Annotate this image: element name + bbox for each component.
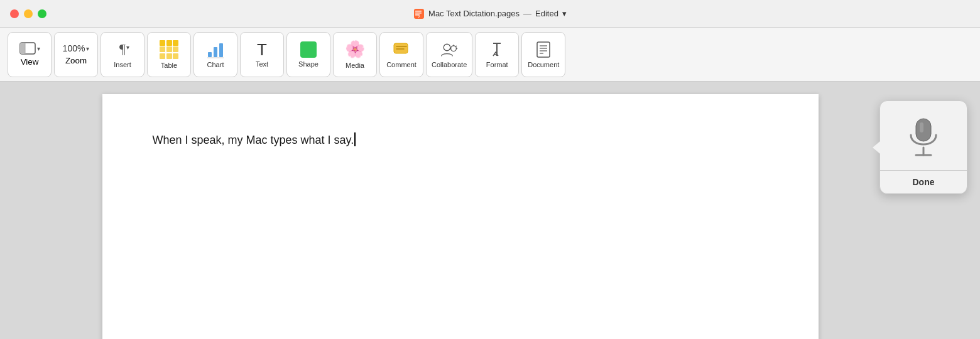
collaborate-icon — [440, 41, 458, 58]
svg-text:▾: ▾ — [126, 44, 129, 51]
svg-point-18 — [451, 45, 457, 51]
svg-point-17 — [444, 44, 450, 51]
comment-label: Comment — [386, 61, 416, 68]
table-icon — [160, 40, 178, 59]
view-label: View — [21, 57, 39, 67]
page[interactable]: When I speak, my Mac types what I say. — [102, 94, 819, 339]
document-status: Edited — [535, 9, 558, 18]
insert-label: Insert — [114, 61, 131, 68]
maximize-button[interactable] — [38, 9, 46, 18]
dictation-popup: Done — [879, 100, 967, 194]
text-icon: T — [257, 41, 267, 58]
title-bar: 7 Mac Text Dictation.pages — Edited ▾ — [0, 0, 980, 28]
media-button[interactable]: 🌸 Media — [333, 32, 377, 77]
window-controls — [10, 9, 46, 18]
chart-icon — [207, 41, 224, 58]
svg-rect-25 — [537, 42, 550, 57]
svg-rect-2 — [415, 13, 422, 14]
document-canvas: When I speak, my Mac types what I say. — [66, 82, 854, 339]
text-cursor — [354, 132, 356, 146]
sidebar-right: Done — [854, 82, 980, 339]
svg-rect-6 — [20, 43, 25, 54]
media-label: Media — [346, 62, 364, 69]
title-chevron[interactable]: ▾ — [562, 9, 567, 18]
document-icon — [535, 41, 552, 58]
title-separator: — — [523, 9, 531, 18]
view-icon-row: ▾ — [19, 42, 40, 55]
zoom-value: 100% — [63, 43, 85, 53]
page-content[interactable]: When I speak, my Mac types what I say. — [153, 132, 768, 149]
media-icon: 🌸 — [345, 40, 365, 59]
format-button[interactable]: Format — [475, 32, 519, 77]
format-label: Format — [486, 61, 508, 68]
toolbar: ▾ View 100% ▾ Zoom ¶ ▾ Insert Ta — [0, 28, 980, 82]
comment-icon — [393, 41, 410, 58]
shape-icon — [300, 41, 317, 58]
zoom-chevron: ▾ — [86, 45, 89, 52]
shape-button[interactable]: Shape — [286, 32, 330, 77]
format-icon — [488, 41, 506, 58]
document-title: Mac Text Dictation.pages — [428, 9, 520, 18]
text-label: Text — [256, 60, 268, 68]
microphone-icon — [905, 116, 942, 160]
document-label: Document — [528, 61, 559, 68]
done-button[interactable]: Done — [880, 171, 967, 193]
body-text: When I speak, my Mac types what I say. — [153, 134, 354, 146]
svg-rect-14 — [394, 43, 408, 53]
svg-text:¶: ¶ — [119, 41, 126, 56]
insert-icon: ¶ ▾ — [114, 41, 131, 58]
main-area: When I speak, my Mac types what I say. — [0, 82, 980, 339]
chart-label: Chart — [207, 61, 224, 68]
collaborate-button[interactable]: Collaborate — [426, 32, 472, 77]
svg-rect-1 — [415, 11, 422, 12]
sidebar-left — [0, 82, 66, 339]
minimize-button[interactable] — [24, 9, 33, 18]
comment-button[interactable]: Comment — [379, 32, 423, 77]
document-button[interactable]: Document — [521, 32, 565, 77]
svg-text:7: 7 — [418, 15, 420, 19]
svg-rect-10 — [208, 52, 212, 57]
collaborate-label: Collaborate — [432, 61, 467, 68]
svg-rect-11 — [214, 47, 217, 57]
chart-button[interactable]: Chart — [193, 32, 237, 77]
view-icon — [19, 42, 36, 55]
shape-label: Shape — [298, 60, 318, 68]
view-chevron: ▾ — [37, 45, 40, 52]
insert-button[interactable]: ¶ ▾ Insert — [101, 32, 144, 77]
svg-rect-34 — [920, 122, 923, 132]
mic-area — [895, 101, 952, 170]
title-bar-text: 7 Mac Text Dictation.pages — Edited ▾ — [413, 8, 567, 19]
table-label: Table — [161, 62, 177, 69]
zoom-label: Zoom — [65, 56, 87, 65]
zoom-button[interactable]: 100% ▾ Zoom — [54, 32, 98, 77]
table-button[interactable]: Table — [147, 32, 191, 77]
pages-icon: 7 — [413, 8, 425, 19]
close-button[interactable] — [10, 9, 19, 18]
svg-rect-12 — [219, 43, 223, 57]
view-button[interactable]: ▾ View — [8, 32, 52, 77]
svg-line-20 — [456, 45, 457, 46]
text-button[interactable]: T Text — [240, 32, 284, 77]
